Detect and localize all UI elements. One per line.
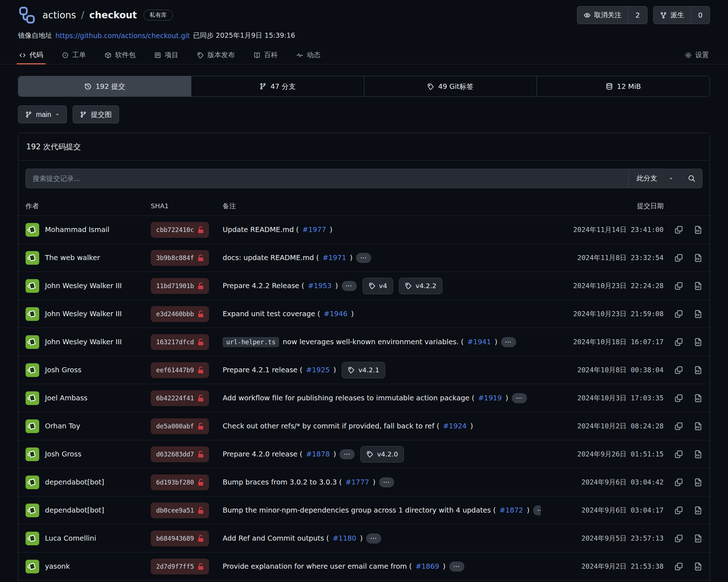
browse-source-button[interactable] bbox=[694, 310, 702, 318]
pull-request-link[interactable]: #1925 bbox=[306, 366, 330, 374]
copy-sha-button[interactable] bbox=[674, 422, 683, 431]
pull-request-link[interactable]: #1869 bbox=[415, 562, 439, 570]
watchers-count[interactable]: 2 bbox=[628, 6, 647, 24]
browse-source-button[interactable] bbox=[694, 226, 702, 234]
author-avatar[interactable] bbox=[26, 279, 39, 293]
expand-commit-message-button[interactable]: ··· bbox=[512, 393, 527, 403]
version-tag-chip[interactable]: v4.2.1 bbox=[342, 362, 385, 378]
author-avatar[interactable] bbox=[26, 504, 39, 517]
version-tag-chip[interactable]: v4.2.2 bbox=[399, 278, 442, 294]
search-button[interactable] bbox=[681, 169, 702, 188]
pull-request-link[interactable]: #1878 bbox=[306, 450, 330, 458]
version-tag-chip[interactable]: v4.2.0 bbox=[360, 446, 404, 463]
stat-tags[interactable]: 49 Git标签 bbox=[364, 76, 537, 96]
author-avatar[interactable] bbox=[26, 363, 39, 377]
copy-sha-button[interactable] bbox=[674, 254, 683, 262]
copy-sha-button[interactable] bbox=[674, 338, 683, 346]
expand-commit-message-button[interactable]: ··· bbox=[379, 477, 394, 487]
commit-sha-link[interactable]: 6d193bf280 bbox=[151, 474, 209, 490]
expand-commit-message-button[interactable]: ··· bbox=[366, 533, 381, 544]
pull-request-link[interactable]: #1872 bbox=[500, 506, 523, 514]
breadcrumb-owner[interactable]: actions bbox=[42, 10, 76, 21]
author-avatar[interactable] bbox=[26, 532, 39, 545]
author-avatar[interactable] bbox=[26, 391, 39, 405]
browse-source-button[interactable] bbox=[694, 534, 702, 543]
expand-commit-message-button[interactable]: ··· bbox=[342, 281, 357, 291]
author-name[interactable]: John Wesley Walker III bbox=[45, 310, 122, 318]
commit-sha-link[interactable]: de5a000abf bbox=[151, 418, 209, 434]
pull-request-link[interactable]: #1977 bbox=[302, 226, 326, 234]
commit-sha-link[interactable]: b684943689 bbox=[151, 531, 209, 546]
commit-sha-link[interactable]: db0cee9a51 bbox=[151, 503, 209, 518]
version-tag-chip[interactable]: v4 bbox=[363, 278, 393, 294]
forks-count[interactable]: 0 bbox=[691, 6, 710, 24]
author-avatar[interactable] bbox=[26, 560, 39, 573]
copy-sha-button[interactable] bbox=[674, 478, 683, 487]
tab-wiki[interactable]: 百科 bbox=[252, 46, 279, 64]
pull-request-link[interactable]: #1180 bbox=[333, 534, 356, 542]
copy-sha-button[interactable] bbox=[674, 450, 683, 459]
author-name[interactable]: Orhan Toy bbox=[45, 422, 80, 430]
author-name[interactable]: yasonk bbox=[45, 562, 70, 570]
tab-settings[interactable]: 设置 bbox=[684, 46, 710, 64]
pull-request-link[interactable]: #1777 bbox=[345, 478, 369, 486]
author-name[interactable]: John Wesley Walker III bbox=[45, 282, 122, 290]
commit-sha-link[interactable]: 6b42224f41 bbox=[151, 390, 209, 406]
branch-selector[interactable]: main bbox=[18, 105, 67, 123]
pull-request-link[interactable]: #1919 bbox=[478, 394, 502, 402]
commit-graph-button[interactable]: 提交图 bbox=[73, 105, 119, 123]
author-avatar[interactable] bbox=[26, 447, 39, 461]
pull-request-link[interactable]: #1971 bbox=[323, 254, 346, 262]
expand-commit-message-button[interactable]: ··· bbox=[449, 561, 464, 572]
copy-sha-button[interactable] bbox=[674, 562, 683, 571]
author-avatar[interactable] bbox=[26, 335, 39, 349]
tab-releases[interactable]: 版本发布 bbox=[196, 46, 236, 64]
author-name[interactable]: dependabot[bot] bbox=[45, 478, 104, 486]
copy-sha-button[interactable] bbox=[674, 282, 683, 290]
author-name[interactable]: Josh Gross bbox=[45, 366, 81, 374]
author-name[interactable]: John Wesley Walker III bbox=[45, 338, 122, 346]
expand-commit-message-button[interactable]: ··· bbox=[340, 449, 355, 459]
copy-sha-button[interactable] bbox=[674, 310, 683, 318]
author-avatar[interactable] bbox=[26, 419, 39, 433]
browse-source-button[interactable] bbox=[694, 506, 702, 515]
browse-source-button[interactable] bbox=[694, 478, 702, 487]
commit-sha-link[interactable]: e3d2460bbb bbox=[151, 306, 209, 322]
pull-request-link[interactable]: #1941 bbox=[467, 338, 491, 346]
unwatch-button[interactable]: 取消关注 2 bbox=[577, 6, 647, 24]
tab-projects[interactable]: 项目 bbox=[153, 46, 179, 64]
fork-button[interactable]: 派生 0 bbox=[653, 6, 710, 24]
author-name[interactable]: The web walker bbox=[45, 254, 100, 262]
author-avatar[interactable] bbox=[26, 307, 39, 321]
commit-sha-link[interactable]: 11bd71901b bbox=[151, 278, 209, 294]
breadcrumb-repo[interactable]: checkout bbox=[89, 10, 137, 21]
copy-sha-button[interactable] bbox=[674, 506, 683, 515]
author-name[interactable]: Joel Ambass bbox=[45, 394, 87, 402]
expand-commit-message-button[interactable]: ··· bbox=[356, 253, 371, 263]
browse-source-button[interactable] bbox=[694, 254, 702, 262]
browse-source-button[interactable] bbox=[694, 282, 702, 290]
browse-source-button[interactable] bbox=[694, 366, 702, 374]
author-name[interactable]: Josh Gross bbox=[45, 450, 81, 458]
browse-source-button[interactable] bbox=[694, 422, 702, 431]
tab-activity[interactable]: 动态 bbox=[295, 46, 322, 64]
stat-commits[interactable]: 192 提交 bbox=[18, 76, 191, 96]
author-name[interactable]: Luca Comellini bbox=[45, 534, 96, 542]
browse-source-button[interactable] bbox=[694, 450, 702, 459]
mirror-url-link[interactable]: https://github.com/actions/checkout.git bbox=[55, 32, 190, 40]
copy-sha-button[interactable] bbox=[674, 534, 683, 543]
author-avatar[interactable] bbox=[26, 476, 39, 489]
commit-search-input[interactable] bbox=[26, 169, 628, 188]
pull-request-link[interactable]: #1946 bbox=[324, 310, 347, 318]
tab-packages[interactable]: 软件包 bbox=[104, 46, 137, 64]
expand-commit-message-button[interactable]: ··· bbox=[533, 505, 541, 515]
tab-issues[interactable]: 工单 bbox=[61, 46, 87, 64]
expand-commit-message-button[interactable]: ··· bbox=[501, 337, 516, 347]
browse-source-button[interactable] bbox=[694, 338, 702, 346]
commit-sha-link[interactable]: 2d7d9f7ff5 bbox=[151, 559, 209, 574]
commit-sha-link[interactable]: cbb722410c bbox=[151, 222, 209, 238]
pull-request-link[interactable]: #1953 bbox=[308, 282, 332, 290]
search-scope-dropdown[interactable]: 此分支 bbox=[628, 169, 681, 188]
author-name[interactable]: dependabot[bot] bbox=[45, 506, 104, 514]
commit-sha-link[interactable]: 163217dfcd bbox=[151, 334, 209, 350]
